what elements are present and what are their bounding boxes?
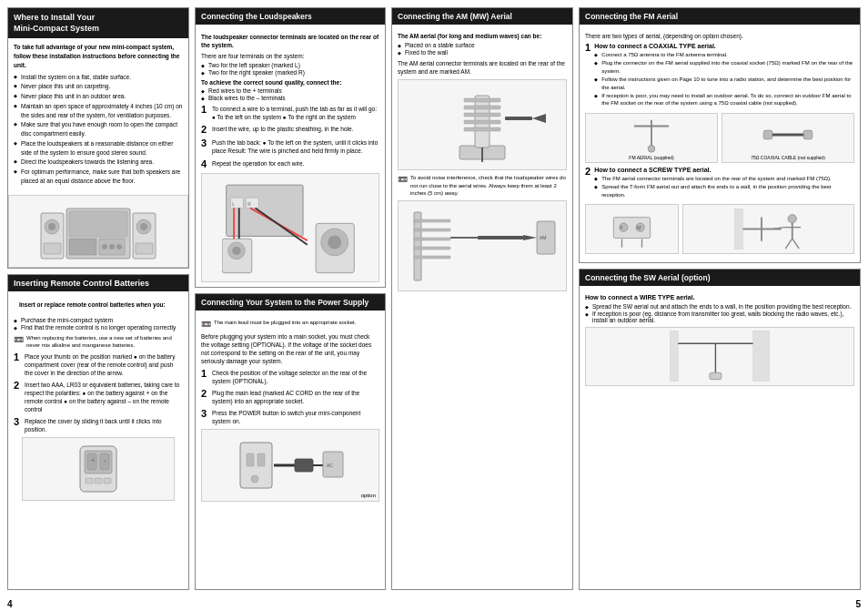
install-content: To take full advantage of your new mini-…	[8, 38, 188, 190]
step-text: Press the POWER button to switch your mi…	[212, 409, 379, 425]
interference-note: 📼 To avoid noise interference, check tha…	[398, 174, 567, 197]
svg-rect-53	[464, 120, 500, 124]
remote-note-text: When replacing the batteries, use a new …	[26, 334, 183, 350]
power-step-2: 2 Plug the main lead (marked AC CORD on …	[201, 389, 379, 405]
step-number: 3	[201, 409, 208, 419]
svg-marker-56	[532, 114, 546, 123]
center-left-column: Connecting the Loudspeakers The loudspea…	[195, 7, 386, 590]
list-item: Placed on a stable surface	[398, 42, 567, 48]
step-number: 2	[201, 125, 208, 135]
svg-text:AC: AC	[327, 463, 333, 468]
svg-rect-59	[414, 219, 450, 222]
step-number: 1	[201, 369, 208, 379]
loudspeaker-note: The loudspeaker connector terminals are …	[201, 33, 379, 49]
remote-section: Inserting Remote Control Batteries Inser…	[7, 274, 189, 590]
svg-text:M: M	[637, 225, 641, 230]
list-item: Two for the left speaker (marked L)	[201, 62, 379, 68]
svg-rect-66	[478, 236, 523, 239]
sw-bullets: Spread the SW aerial out and attach the …	[585, 303, 854, 323]
svg-point-71	[648, 145, 655, 152]
svg-line-90	[772, 228, 783, 229]
svg-rect-51	[464, 106, 500, 109]
step-text: Insert two AAA, LR03 or equivalent batte…	[25, 381, 183, 413]
svg-point-13	[140, 223, 147, 230]
remote-content: Insert or replace remote control batteri…	[8, 291, 188, 510]
power-note-text: The main lead must be plugged into an ap…	[214, 319, 356, 326]
remote-step-3: 3 Replace the cover by sliding it back u…	[14, 417, 183, 433]
list-item: Purchase the mini-compact system	[14, 317, 183, 323]
svg-rect-95	[710, 373, 722, 380]
svg-text:L: L	[232, 201, 235, 206]
power-illustration: AC	[236, 433, 345, 497]
fm-screw-image: F M	[585, 204, 679, 254]
list-item: Direct the loudspeakers towards the list…	[14, 158, 183, 167]
right-column: Connecting the FM Aerial There are two t…	[579, 7, 861, 590]
list-item: Make sure that you have enough room to o…	[14, 120, 183, 138]
step-text: Plug the main lead (marked AC CORD on th…	[212, 389, 379, 405]
remote-intro: Insert or replace remote control batteri…	[14, 296, 183, 313]
am-aerial-image-1	[398, 79, 567, 170]
power-step-1: 1 Check the position of the voltage sele…	[201, 369, 379, 385]
svg-point-8	[102, 244, 107, 249]
page-number-right: 5	[855, 599, 861, 609]
achieve-list: Red wires to the + terminals Black wires…	[201, 87, 379, 101]
sw-aerial-illustration	[670, 330, 770, 382]
fm-image-2-label: 75Ω COAXIAL CABLE (not supplied)	[751, 155, 825, 160]
svg-point-35	[232, 246, 240, 254]
fm-section: Connecting the FM Aerial There are two t…	[579, 7, 861, 263]
list-item: Plug the connector on the FM aerial supp…	[594, 59, 854, 75]
fm-intro: There are two types of aerial, (dependin…	[585, 33, 854, 39]
am-intro: The AM aerial (for long and medium waves…	[398, 33, 567, 39]
power-image-label: option	[361, 493, 376, 498]
step-number: 3	[201, 138, 208, 148]
left-column: Where to Install Your Mini-Compact Syste…	[7, 7, 189, 590]
step-number: 1	[14, 352, 21, 362]
list-item: Place the loudspeakers at a reasonable d…	[14, 139, 183, 158]
svg-rect-52	[464, 113, 500, 117]
sw-section: Connecting the SW Aerial (option) How to…	[579, 269, 861, 590]
step-text: Replace the cover by sliding it back unt…	[25, 417, 183, 433]
power-intro: Before plugging your system into a main …	[201, 332, 379, 365]
svg-rect-44	[295, 459, 313, 472]
list-item: Maintain an open space of approximately …	[14, 102, 183, 120]
note-icon: 📼	[14, 334, 24, 346]
speaker-step-1: 1 To connect a wire to a terminal, push …	[201, 105, 379, 121]
page-container: Where to Install Your Mini-Compact Syste…	[0, 0, 868, 597]
svg-rect-63	[414, 256, 450, 259]
step-text: Repeat the operation for each wire.	[212, 159, 305, 168]
note-icon: 📼	[201, 319, 211, 331]
remote-header: Inserting Remote Control Batteries	[8, 275, 188, 291]
loudspeaker-content: The loudspeaker connector terminals are …	[196, 28, 385, 287]
fm-header: Connecting the FM Aerial	[580, 8, 860, 25]
power-image: AC option	[201, 429, 379, 502]
fm-screw-terminal-illustration: F M	[607, 209, 657, 249]
battery-image: + -	[22, 437, 174, 501]
list-item: Spread the T-form FM aerial out and atta…	[594, 183, 854, 199]
install-section: Where to Install Your Mini-Compact Syste…	[7, 7, 189, 269]
svg-marker-65	[523, 235, 537, 240]
svg-point-38	[328, 235, 341, 249]
fm-aerial-coaxial-illustration	[625, 116, 678, 155]
sw-aerial-image	[585, 327, 854, 386]
step-number: 1	[585, 43, 590, 53]
list-item: Follow the instructions given on Page 10…	[594, 76, 854, 91]
speaker-step-3: 3 Push the tab back: ● To the left on th…	[201, 138, 379, 155]
svg-rect-14	[136, 243, 153, 254]
am-section: Connecting the AM (MW) Aerial The AM aer…	[391, 7, 573, 590]
fm-screw-images: F M	[585, 204, 854, 254]
sw-content: How to connect a WIRE TYPE aerial. Sprea…	[580, 290, 860, 391]
svg-point-85	[788, 214, 796, 222]
list-item: For optimum performance, make sure that …	[14, 168, 183, 186]
svg-rect-22	[95, 478, 102, 484]
svg-rect-61	[414, 238, 450, 240]
page-number-left: 4	[7, 599, 13, 609]
list-item: Connect a 75Ω antenna to the FM antenna …	[594, 51, 854, 58]
center-right-column: Connecting the AM (MW) Aerial The AM aer…	[391, 7, 573, 590]
list-item: Find that the remote control is no longe…	[14, 324, 183, 331]
svg-rect-54	[464, 127, 500, 131]
power-header: Connecting Your System to the Power Supp…	[196, 294, 385, 311]
loudspeaker-section: Connecting the Loudspeakers The loudspea…	[195, 7, 386, 288]
svg-rect-82	[734, 209, 742, 249]
speaker-illustration: L R	[222, 178, 358, 278]
fm-aerial-image-2: 75Ω COAXIAL CABLE (not supplied)	[722, 113, 854, 163]
